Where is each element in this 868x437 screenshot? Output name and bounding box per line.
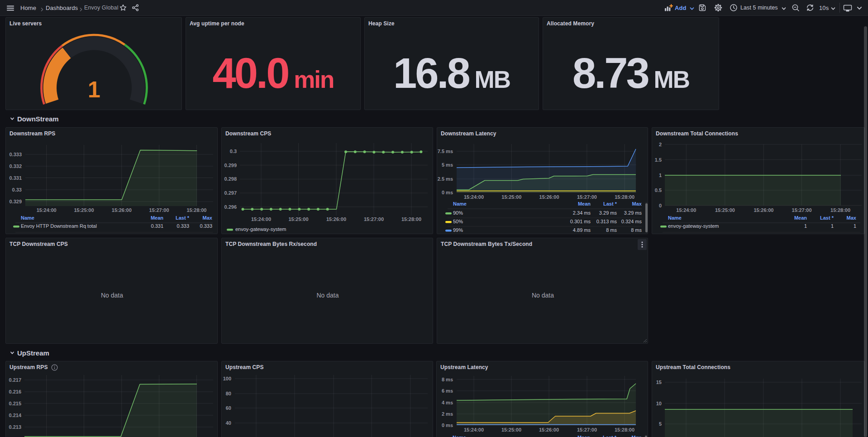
svg-text:0.298: 0.298	[224, 176, 237, 182]
svg-text:40: 40	[226, 420, 231, 426]
svg-text:80: 80	[226, 391, 231, 396]
svg-text:0.216: 0.216	[9, 389, 21, 394]
svg-text:Mean: Mean	[578, 201, 591, 206]
svg-text:0: 0	[659, 203, 662, 208]
svg-text:Last *: Last *	[603, 201, 617, 206]
svg-text:0.333: 0.333	[9, 152, 22, 157]
svg-text:Last *: Last *	[176, 215, 190, 221]
svg-text:envoy-gateway-system: envoy-gateway-system	[235, 226, 286, 232]
svg-text:15:26:00: 15:26:00	[539, 427, 559, 432]
svg-text:15:28:00: 15:28:00	[615, 427, 634, 432]
svg-text:4 ms: 4 ms	[442, 400, 453, 405]
svg-text:15:27:00: 15:27:00	[364, 216, 384, 222]
svg-text:0 ms: 0 ms	[442, 190, 453, 195]
svg-text:1: 1	[854, 223, 856, 229]
svg-text:15:26:00: 15:26:00	[112, 207, 132, 213]
svg-text:0.215: 0.215	[9, 401, 21, 406]
svg-text:0.214: 0.214	[9, 413, 21, 418]
svg-text:2.34 ms: 2.34 ms	[573, 210, 591, 216]
svg-text:0 ms: 0 ms	[442, 423, 453, 428]
svg-text:99%: 99%	[453, 227, 463, 233]
svg-text:4.89 ms: 4.89 ms	[573, 227, 591, 233]
svg-text:Mean: Mean	[577, 435, 590, 437]
svg-text:2.5 ms: 2.5 ms	[438, 176, 453, 182]
svg-text:15:26:00: 15:26:00	[539, 194, 559, 200]
svg-text:2: 2	[659, 142, 662, 147]
svg-text:15:28:00: 15:28:00	[830, 207, 850, 213]
svg-text:0.333: 0.333	[200, 223, 212, 229]
svg-text:7.5 ms: 7.5 ms	[438, 149, 453, 154]
svg-text:15:24:00: 15:24:00	[676, 207, 696, 213]
svg-text:10: 10	[656, 401, 662, 406]
svg-text:5 ms: 5 ms	[442, 162, 453, 168]
svg-text:15:26:00: 15:26:00	[326, 216, 346, 222]
svg-text:0.331: 0.331	[151, 223, 163, 229]
svg-text:0.297: 0.297	[224, 190, 237, 196]
svg-text:0.313 ms: 0.313 ms	[596, 219, 617, 224]
svg-text:5: 5	[659, 421, 662, 427]
svg-text:15:24:00: 15:24:00	[37, 207, 57, 213]
svg-text:15:24:00: 15:24:00	[464, 427, 484, 432]
svg-text:Last *: Last *	[820, 215, 834, 221]
svg-text:90%: 90%	[453, 210, 463, 216]
svg-text:15:28:00: 15:28:00	[186, 207, 206, 213]
svg-text:50%: 50%	[453, 219, 463, 224]
svg-text:Mean: Mean	[151, 215, 163, 221]
svg-text:Name: Name	[668, 215, 682, 221]
svg-text:15:25:00: 15:25:00	[288, 216, 308, 222]
svg-text:envoy-gateway-system: envoy-gateway-system	[668, 223, 719, 229]
svg-text:15:25:00: 15:25:00	[501, 427, 521, 432]
svg-text:0.301 ms: 0.301 ms	[570, 219, 591, 224]
svg-text:0.5: 0.5	[655, 187, 662, 193]
svg-text:3.29 ms: 3.29 ms	[599, 210, 617, 216]
svg-text:0.3: 0.3	[230, 149, 237, 154]
svg-text:0.324 ms: 0.324 ms	[621, 219, 642, 224]
svg-text:1: 1	[659, 173, 662, 178]
svg-text:15:25:00: 15:25:00	[715, 207, 735, 213]
svg-text:15:25:00: 15:25:00	[74, 207, 94, 213]
svg-text:1: 1	[804, 223, 807, 229]
svg-text:15:26:00: 15:26:00	[754, 207, 773, 213]
svg-text:Max: Max	[632, 201, 642, 206]
svg-text:15:25:00: 15:25:00	[501, 194, 521, 200]
svg-text:3.29 ms: 3.29 ms	[624, 210, 642, 216]
svg-text:15:24:00: 15:24:00	[251, 216, 271, 222]
svg-text:60: 60	[226, 405, 231, 411]
svg-text:15:27:00: 15:27:00	[149, 207, 169, 213]
svg-text:Name: Name	[21, 215, 34, 221]
svg-text:Mean: Mean	[794, 215, 807, 221]
svg-text:8 ms: 8 ms	[442, 377, 453, 382]
svg-text:8 ms: 8 ms	[631, 227, 642, 233]
svg-text:15:24:00: 15:24:00	[464, 194, 484, 200]
svg-text:Max: Max	[632, 435, 642, 437]
svg-text:15:27:00: 15:27:00	[792, 207, 812, 213]
svg-text:Name: Name	[453, 435, 466, 437]
svg-text:Max: Max	[203, 215, 213, 221]
svg-text:0.333: 0.333	[176, 223, 189, 229]
svg-text:0.296: 0.296	[224, 204, 237, 210]
svg-text:15: 15	[656, 379, 662, 385]
svg-text:100: 100	[223, 376, 231, 381]
svg-text:1.5: 1.5	[655, 157, 662, 163]
svg-text:Name: Name	[453, 201, 467, 206]
svg-text:2 ms: 2 ms	[442, 411, 453, 417]
svg-text:Envoy HTTP Downstream Rq total: Envoy HTTP Downstream Rq total	[21, 223, 97, 229]
svg-text:0.299: 0.299	[224, 163, 237, 168]
svg-text:Max: Max	[847, 215, 857, 221]
svg-text:0.332: 0.332	[9, 163, 22, 169]
svg-text:1: 1	[88, 77, 100, 102]
svg-text:8 ms: 8 ms	[606, 227, 617, 233]
svg-text:Last *: Last *	[603, 435, 617, 437]
svg-text:6 ms: 6 ms	[442, 388, 453, 394]
svg-text:15:28:00: 15:28:00	[615, 194, 634, 200]
svg-text:15:27:00: 15:27:00	[577, 194, 597, 200]
svg-text:0.217: 0.217	[9, 377, 21, 383]
svg-text:0.329: 0.329	[9, 199, 22, 204]
svg-text:0.213: 0.213	[9, 424, 21, 430]
svg-text:15:28:00: 15:28:00	[401, 216, 421, 222]
svg-text:1: 1	[831, 223, 834, 229]
svg-text:0.331: 0.331	[9, 175, 22, 181]
svg-text:0.33: 0.33	[12, 187, 22, 192]
svg-text:15:27:00: 15:27:00	[577, 427, 597, 432]
